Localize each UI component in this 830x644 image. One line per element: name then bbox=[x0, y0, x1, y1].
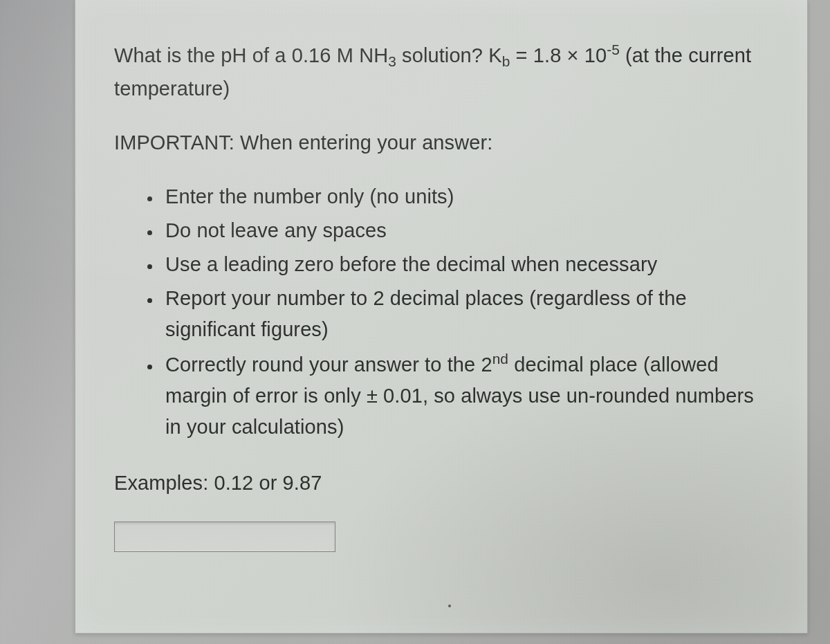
q-eq: = bbox=[510, 44, 533, 66]
q-prefix: What is the pH of a bbox=[114, 44, 292, 66]
q-concentration: 0.16 bbox=[292, 44, 331, 66]
list-item: Do not leave any spaces bbox=[161, 215, 768, 246]
q-compound-base: NH bbox=[359, 44, 388, 66]
b5-sup: nd bbox=[492, 351, 508, 367]
answer-input[interactable] bbox=[114, 522, 335, 552]
list-item: Use a leading zero before the decimal wh… bbox=[161, 249, 768, 280]
b5-a: Correctly round your answer to the 2 bbox=[165, 353, 492, 376]
list-item: Report your number to 2 decimal places (… bbox=[161, 283, 768, 345]
cursor-dot bbox=[448, 605, 451, 607]
question-text: What is the pH of a 0.16 M NH3 solution?… bbox=[114, 39, 768, 105]
examples-label: Examples: bbox=[114, 472, 214, 494]
q-kb-sub: b bbox=[502, 53, 510, 69]
q-kb-val: 1.8 × 10 bbox=[533, 44, 607, 66]
q-unit: M bbox=[337, 44, 353, 66]
important-label: IMPORTANT: When entering your answer: bbox=[114, 127, 768, 159]
q-kb-exp: -5 bbox=[607, 42, 620, 57]
examples-line: Examples: 0.12 or 9.87 bbox=[114, 468, 768, 499]
list-item: Enter the number only (no units) bbox=[161, 181, 768, 212]
list-item: Correctly round your answer to the 2nd d… bbox=[161, 348, 768, 443]
examples-or: or bbox=[253, 472, 282, 494]
instruction-list: Enter the number only (no units) Do not … bbox=[114, 181, 768, 443]
example-1: 0.12 bbox=[214, 472, 253, 494]
question-content: What is the pH of a 0.16 M NH3 solution?… bbox=[114, 39, 768, 552]
q-mid: solution? K bbox=[396, 44, 502, 66]
question-card: What is the pH of a 0.16 M NH3 solution?… bbox=[75, 0, 808, 634]
example-2: 9.87 bbox=[283, 472, 322, 494]
q-compound-sub: 3 bbox=[388, 53, 396, 69]
